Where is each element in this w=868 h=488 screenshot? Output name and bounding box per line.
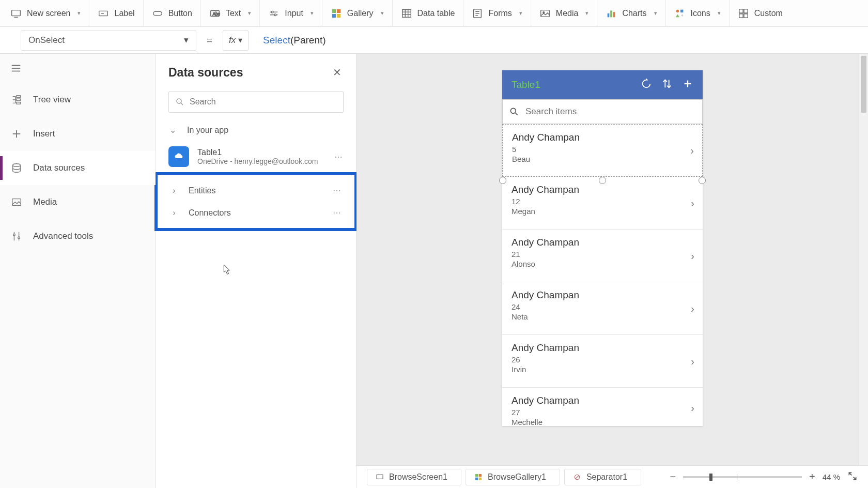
nav-data-sources[interactable]: Data sources — [0, 151, 156, 185]
item-sub1: 5 — [512, 145, 693, 154]
in-your-app-section[interactable]: ⌄ In your app — [156, 119, 356, 141]
nav-tree-view[interactable]: Tree view — [0, 83, 156, 117]
forms-menu[interactable]: Forms ▾ — [463, 0, 531, 27]
svg-marker-31 — [675, 14, 679, 17]
chevron-down-icon: ▾ — [381, 10, 384, 17]
formula-input[interactable]: Select(Parent) — [256, 34, 326, 46]
breadcrumb-gallery[interactable]: BrowseGallery1 — [466, 469, 560, 485]
text-menu[interactable]: Abc Text ▾ — [201, 0, 260, 27]
gallery-item[interactable]: Andy Champan 5 Beau › — [502, 124, 703, 177]
refresh-icon[interactable] — [641, 78, 652, 92]
svg-rect-40 — [17, 96, 20, 98]
new-screen-label: New screen — [27, 9, 70, 18]
item-sub2: Irvin — [512, 365, 693, 374]
property-selector[interactable]: OnSelect ▾ — [21, 30, 196, 51]
search-input[interactable] — [190, 97, 337, 106]
item-sub1: 26 — [512, 355, 693, 364]
svg-rect-0 — [12, 10, 21, 16]
nav-media[interactable]: Media — [0, 185, 156, 219]
zoom-value: 44 — [823, 472, 831, 481]
vertical-scrollbar[interactable] — [859, 54, 868, 465]
plus-icon — [10, 128, 23, 140]
app-search-box[interactable] — [502, 99, 703, 124]
svg-line-52 — [181, 103, 183, 105]
gallery-item[interactable]: Andy Champan 24 Neta › — [502, 282, 703, 335]
gallery-item[interactable]: Andy Champan 21 Alonso › — [502, 230, 703, 282]
gallery-item[interactable]: Andy Champan 12 Megan › — [502, 177, 703, 230]
gallery-menu[interactable]: Gallery ▾ — [322, 0, 393, 27]
media-menu[interactable]: Media ▾ — [531, 0, 598, 27]
app-search-input[interactable] — [525, 106, 696, 117]
icons-label: Icons — [691, 9, 710, 18]
nav-data-sources-label: Data sources — [33, 163, 85, 173]
scrollbar-thumb[interactable] — [861, 56, 866, 113]
svg-rect-42 — [17, 102, 20, 104]
data-table-button[interactable]: Data table — [393, 0, 464, 27]
item-title: Andy Champan — [512, 342, 693, 354]
hamburger-button[interactable] — [0, 54, 156, 83]
custom-menu[interactable]: Custom — [730, 0, 791, 27]
chevron-right-icon[interactable]: › — [691, 197, 694, 209]
equals-sign: = — [204, 35, 215, 46]
charts-menu[interactable]: Charts ▾ — [597, 0, 665, 27]
item-title: Andy Champan — [512, 237, 693, 248]
table-source: OneDrive - henry.legge@outlook.com — [197, 157, 318, 165]
item-sub2: Beau — [512, 155, 693, 163]
data-sources-title: Data sources — [168, 66, 243, 80]
media-icon — [539, 8, 551, 19]
chevron-right-icon[interactable]: › — [690, 145, 694, 157]
data-table-label: Data table — [417, 9, 455, 18]
button-label: Button — [168, 9, 192, 18]
sort-icon[interactable] — [661, 78, 673, 92]
left-nav-rail: Tree view Insert Data sources Media Adva… — [0, 54, 156, 488]
chevron-right-icon[interactable]: › — [691, 402, 694, 414]
svg-rect-27 — [611, 10, 613, 17]
data-source-table1[interactable]: Table1 OneDrive - henry.legge@outlook.co… — [156, 141, 356, 172]
screen-icon — [10, 8, 22, 19]
nav-advanced-tools[interactable]: Advanced tools — [0, 219, 156, 253]
data-sources-search[interactable] — [168, 91, 344, 113]
svg-rect-4 — [153, 11, 162, 15]
item-sub1: 27 — [512, 408, 693, 417]
more-icon[interactable]: ⋯ — [333, 208, 342, 218]
fit-to-window-icon[interactable] — [847, 471, 858, 483]
gallery-icon — [331, 8, 342, 19]
fx-button[interactable]: fx ▾ — [223, 30, 249, 51]
chevron-right-icon: › — [170, 186, 178, 195]
entities-section[interactable]: › Entities ⋯ — [158, 179, 354, 202]
breadcrumb-separator[interactable]: Separator1 — [564, 469, 641, 485]
item-sub1: 21 — [512, 250, 693, 258]
label-button[interactable]: Label — [89, 0, 143, 27]
chevron-down-icon: ▾ — [238, 35, 242, 45]
zoom-out-button[interactable]: − — [670, 471, 676, 483]
svg-rect-61 — [479, 474, 482, 477]
chevron-right-icon[interactable]: › — [691, 355, 694, 367]
svg-line-65 — [576, 475, 579, 479]
button-button[interactable]: Button — [144, 0, 201, 27]
nav-insert[interactable]: Insert — [0, 117, 156, 151]
insert-ribbon: New screen ▾ Label Button Abc Text ▾ Inp… — [0, 0, 868, 27]
more-icon[interactable]: ⋯ — [334, 152, 344, 162]
canvas[interactable]: Table1 Andy Champan 5 Beau › — [357, 54, 868, 488]
zoom-slider[interactable] — [683, 476, 802, 478]
item-title: Andy Champan — [512, 184, 693, 195]
icons-menu[interactable]: + Icons ▾ — [666, 0, 730, 27]
forms-label: Forms — [488, 9, 512, 18]
breadcrumb-screen[interactable]: BrowseScreen1 — [367, 469, 461, 485]
chevron-right-icon[interactable]: › — [691, 250, 694, 262]
gallery-item[interactable]: Andy Champan 26 Irvin › — [502, 335, 703, 388]
media-label: Media — [556, 9, 579, 18]
new-screen-menu[interactable]: New screen ▾ — [2, 0, 89, 27]
add-icon[interactable] — [682, 78, 693, 92]
zoom-in-button[interactable]: + — [809, 471, 815, 483]
close-icon[interactable]: ✕ — [331, 64, 344, 81]
connectors-section[interactable]: › Connectors ⋯ — [158, 202, 354, 224]
chevron-right-icon: › — [170, 208, 178, 218]
gallery-item[interactable]: Andy Champan 27 Mechelle › — [502, 388, 703, 428]
highlighted-region: › Entities ⋯ › Connectors ⋯ — [154, 172, 358, 231]
charts-icon — [606, 8, 617, 19]
chevron-right-icon[interactable]: › — [691, 302, 694, 314]
more-icon[interactable]: ⋯ — [333, 186, 342, 195]
input-menu[interactable]: Input ▾ — [260, 0, 322, 27]
svg-rect-30 — [680, 9, 683, 12]
